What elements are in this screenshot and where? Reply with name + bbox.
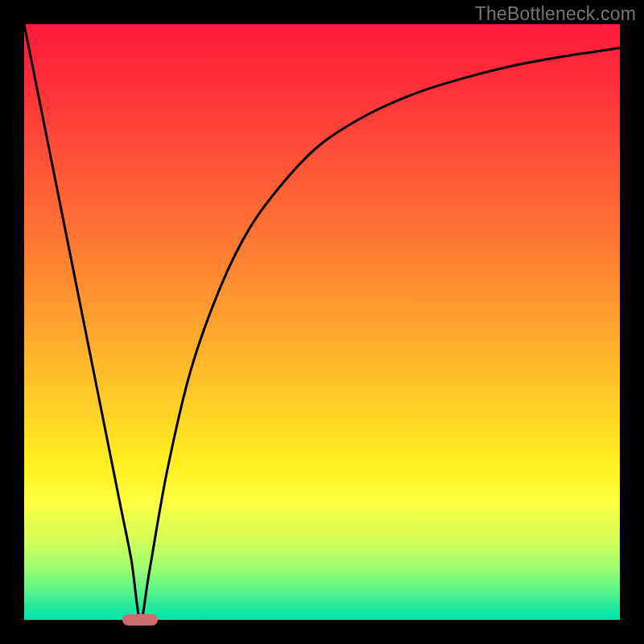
chart-frame: TheBottleneck.com: [0, 0, 644, 644]
plot-area: [24, 24, 620, 620]
bottleneck-curve: [24, 24, 620, 620]
watermark-text: TheBottleneck.com: [475, 3, 636, 25]
optimal-range-marker: [122, 614, 158, 625]
